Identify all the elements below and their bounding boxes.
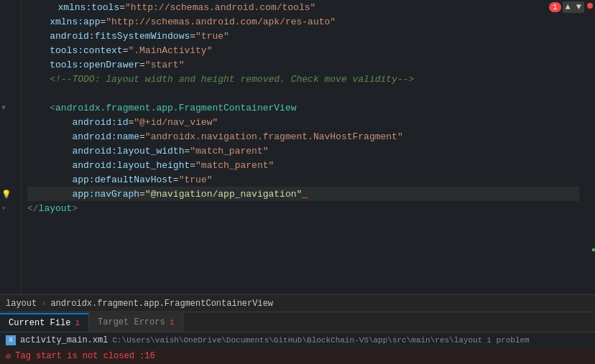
gutter-line-9 [0, 115, 21, 129]
scrollbar-panel [585, 0, 595, 294]
code-line-11: android:layout_width="match_parent" [27, 144, 579, 158]
tab-target-errors[interactable]: Target Errors 1 [89, 313, 183, 332]
code-content[interactable]: xmlns:tools="http://schemas.android.com/… [22, 0, 585, 294]
tab-target-errors-badge: 1 [170, 318, 175, 327]
tab-current-file-label: Current File [9, 318, 70, 328]
code-line-10: android:name="androidx.navigation.fragme… [27, 129, 579, 144]
gutter-line-6 [0, 72, 21, 86]
green-marker [592, 248, 595, 251]
code-line-6: <!--TODO: layout width and height remove… [27, 72, 579, 86]
problems-panel: X activity_main.xml C:\Users\vaish\OneDr… [0, 332, 595, 364]
fold-arrow[interactable]: ▼ [1, 104, 6, 112]
tab-current-file[interactable]: Current File 1 [0, 313, 89, 332]
code-line-3: android:fitsSystemWindows="true" [27, 29, 579, 43]
breadcrumb-fragmentcontainer[interactable]: androidx.fragment.app.FragmentContainerV… [50, 299, 273, 309]
code-line-1: xmlns:tools="http://schemas.android.com/… [27, 0, 579, 14]
breadcrumb-layout[interactable]: layout [6, 299, 37, 309]
top-indicators: 1 ▲ ▼ [549, 1, 584, 13]
gutter-line-1 [0, 0, 21, 14]
editor-area: 1 ▲ ▼ ▼ 💡 ▾ xmlns:too [0, 0, 595, 294]
attr-xmlns-tools: xmlns:tools [57, 2, 119, 13]
code-line-12: android:layout_height="match_parent" [27, 158, 579, 172]
gutter-line-11 [0, 144, 21, 158]
problem-count: 1 problem [486, 336, 529, 345]
problem-file-name: activity_main.xml [20, 335, 108, 345]
bulb-icon[interactable]: 💡 [1, 190, 11, 199]
gutter-line-7 [0, 86, 21, 101]
problem-error-row[interactable]: ⊘ Tag start is not closed :16 [0, 348, 595, 364]
gutter-line-10 [0, 129, 21, 144]
gutter-line-13 [0, 172, 21, 187]
code-line-9: android:id="@+id/nav_view" [27, 115, 579, 129]
gutter-line-4 [0, 43, 21, 57]
tab-bar: Current File 1 Target Errors 1 [0, 312, 595, 332]
nav-up-arrow[interactable]: ▲ [563, 1, 573, 13]
tab-target-errors-label: Target Errors [98, 317, 165, 327]
error-scroll-marker [587, 3, 593, 9]
code-line-8: <androidx.fragment.app.FragmentContainer… [27, 101, 579, 115]
gutter-line-15: ▾ [0, 201, 21, 215]
code-line-5: tools:openDrawer="start" [27, 57, 579, 72]
error-circle-icon: ⊘ [6, 351, 11, 362]
gutter-line-3 [0, 29, 21, 43]
line-number-gutter: ▼ 💡 ▾ [0, 0, 22, 294]
code-line-14: app:navGraph="@navigation/app_navigation… [27, 187, 579, 201]
gutter-line-5 [0, 57, 21, 72]
code-line-15: </layout> [27, 201, 579, 215]
gutter-line-2 [0, 14, 21, 29]
fold-close-arrow: ▾ [1, 204, 6, 213]
code-line-2: xmlns:app="http://schemas.android.com/ap… [27, 14, 579, 29]
code-line-13: app:defaultNavHost="true" [27, 172, 579, 187]
error-count-badge: 1 [549, 2, 561, 12]
code-line-7 [27, 86, 579, 101]
error-message: Tag start is not closed :16 [15, 351, 154, 361]
gutter-line-14: 💡 [0, 187, 21, 201]
breadcrumb-bar: layout › androidx.fragment.app.FragmentC… [0, 294, 595, 312]
navigation-arrows[interactable]: ▲ ▼ [563, 1, 584, 13]
gutter-line-8: ▼ [0, 101, 21, 115]
nav-down-arrow[interactable]: ▼ [573, 1, 584, 13]
problem-file-path: C:\Users\vaish\OneDrive\Documents\GitHub… [112, 336, 482, 345]
breadcrumb-separator-1: › [41, 299, 46, 309]
gutter-line-12 [0, 158, 21, 172]
tab-current-file-badge: 1 [75, 319, 80, 327]
problem-file-row[interactable]: X activity_main.xml C:\Users\vaish\OneDr… [0, 332, 595, 348]
file-type-icon: X [6, 335, 16, 345]
code-line-4: tools:context=".MainActivity" [27, 43, 579, 57]
